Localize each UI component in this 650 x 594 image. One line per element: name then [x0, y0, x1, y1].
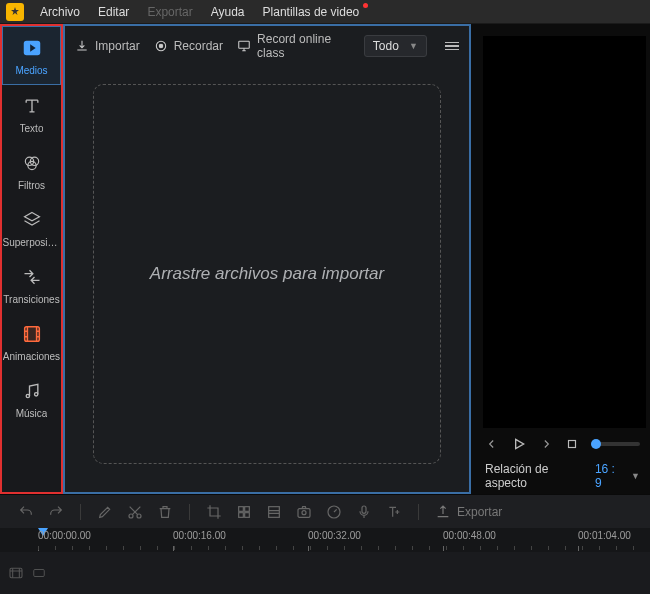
view-menu-button[interactable] — [445, 42, 459, 51]
redo-button[interactable] — [48, 504, 64, 520]
prev-frame-button[interactable] — [485, 437, 499, 451]
separator — [189, 504, 190, 520]
export-button[interactable]: Exportar — [435, 504, 502, 520]
zoom-slider[interactable] — [591, 442, 640, 446]
text-to-speech-button[interactable] — [386, 504, 402, 520]
sidebar-item-label: Animaciones — [3, 351, 60, 362]
svg-rect-15 — [239, 512, 244, 517]
dropzone-hint: Arrastre archivos para importar — [150, 264, 384, 284]
timeline-ruler[interactable]: 00:00:00.0000:00:16.0000:00:32.0000:00:4… — [0, 528, 650, 552]
preview-controls — [479, 436, 646, 458]
svg-rect-21 — [362, 506, 366, 513]
timeline-toolbar: Exportar — [0, 494, 650, 528]
svg-point-8 — [159, 44, 163, 48]
record-online-button[interactable]: Record online class — [237, 32, 350, 60]
record-button[interactable]: Recordar — [154, 39, 223, 53]
import-label: Importar — [95, 39, 140, 53]
menu-exportar: Exportar — [139, 1, 200, 23]
mosaic-button[interactable] — [236, 504, 252, 520]
sidebar-item-texto[interactable]: Texto — [2, 85, 61, 142]
sidebar-item-superposiciones[interactable]: Superposicio... — [2, 199, 61, 256]
transitions-icon — [21, 266, 43, 288]
sidebar-item-transiciones[interactable]: Transiciones — [2, 256, 61, 313]
sidebar-item-label: Superposicio... — [3, 237, 61, 248]
snapshot-button[interactable] — [296, 504, 312, 520]
stop-button[interactable] — [565, 437, 579, 451]
aspect-ratio-control[interactable]: Relación de aspecto 16 : 9 ▼ — [479, 458, 646, 490]
svg-rect-10 — [569, 441, 576, 448]
aspect-label: Relación de aspecto — [485, 462, 587, 490]
sidebar-item-medios[interactable]: Medios — [2, 26, 61, 85]
filters-icon — [21, 152, 43, 174]
ruler-tick: 00:00:16.00 — [173, 530, 226, 541]
sidebar-item-animaciones[interactable]: Animaciones — [2, 313, 61, 370]
separator — [80, 504, 81, 520]
ruler-tick: 00:00:32.00 — [308, 530, 361, 541]
main-area: Medios Texto Filtros Superposicio... Tra… — [0, 24, 650, 494]
preview-panel: Relación de aspecto 16 : 9 ▼ — [471, 24, 650, 494]
monitor-icon — [237, 39, 251, 53]
ruler-tick: 00:01:04.00 — [578, 530, 631, 541]
svg-rect-13 — [239, 506, 244, 511]
svg-rect-18 — [298, 508, 310, 517]
record-online-label: Record online class — [257, 32, 350, 60]
menu-editar[interactable]: Editar — [90, 1, 137, 23]
media-panel: Importar Recordar Record online class To… — [63, 24, 471, 494]
svg-point-19 — [302, 510, 306, 514]
timeline-lanes[interactable] — [0, 552, 650, 594]
import-dropzone[interactable]: Arrastre archivos para importar — [93, 84, 441, 464]
svg-rect-9 — [239, 41, 250, 48]
ruler-tick: 00:00:48.00 — [443, 530, 496, 541]
menu-archivo[interactable]: Archivo — [32, 1, 88, 23]
media-filter-select[interactable]: Todo ▼ — [364, 35, 427, 57]
lock-lane-icon — [32, 566, 46, 580]
svg-rect-14 — [245, 506, 250, 511]
chevron-down-icon: ▼ — [631, 471, 640, 481]
sidebar-item-label: Música — [16, 408, 48, 419]
export-label: Exportar — [457, 505, 502, 519]
undo-button[interactable] — [18, 504, 34, 520]
import-button[interactable]: Importar — [75, 39, 140, 53]
media-filter-value: Todo — [373, 39, 399, 53]
aspect-value: 16 : 9 — [595, 462, 623, 490]
play-button[interactable] — [511, 436, 527, 452]
play-square-icon — [21, 37, 43, 59]
svg-rect-17 — [269, 506, 280, 517]
slider-knob[interactable] — [591, 439, 601, 449]
record-icon — [154, 39, 168, 53]
freeze-button[interactable] — [266, 504, 282, 520]
sidebar-item-label: Transiciones — [3, 294, 59, 305]
dropzone-wrap: Arrastre archivos para importar — [65, 66, 469, 492]
sidebar: Medios Texto Filtros Superposicio... Tra… — [0, 24, 63, 494]
menu-plantillas[interactable]: Plantillas de video — [255, 1, 368, 23]
sidebar-item-label: Filtros — [18, 180, 45, 191]
speed-button[interactable] — [326, 504, 342, 520]
preview-canvas — [483, 36, 646, 428]
chevron-down-icon: ▼ — [409, 41, 418, 51]
svg-rect-16 — [245, 512, 250, 517]
import-icon — [75, 39, 89, 53]
delete-button[interactable] — [157, 504, 173, 520]
sidebar-item-label: Medios — [15, 65, 47, 76]
film-icon — [21, 323, 43, 345]
sidebar-item-filtros[interactable]: Filtros — [2, 142, 61, 199]
sidebar-item-label: Texto — [20, 123, 44, 134]
text-icon — [21, 95, 43, 117]
sidebar-item-musica[interactable]: Música — [2, 370, 61, 427]
menubar: Archivo Editar Exportar Ayuda Plantillas… — [0, 0, 650, 24]
cut-button[interactable] — [127, 504, 143, 520]
crop-button[interactable] — [206, 504, 222, 520]
record-label: Recordar — [174, 39, 223, 53]
edit-button[interactable] — [97, 504, 113, 520]
next-frame-button[interactable] — [539, 437, 553, 451]
music-icon — [21, 380, 43, 402]
app-logo — [6, 3, 24, 21]
svg-rect-23 — [34, 570, 45, 577]
media-toolbar: Importar Recordar Record online class To… — [65, 26, 469, 66]
menu-ayuda[interactable]: Ayuda — [203, 1, 253, 23]
layers-icon — [21, 209, 43, 231]
svg-rect-22 — [10, 568, 22, 577]
ruler-tick: 00:00:00.00 — [38, 530, 91, 541]
voiceover-button[interactable] — [356, 504, 372, 520]
video-lane-icon — [8, 565, 24, 581]
